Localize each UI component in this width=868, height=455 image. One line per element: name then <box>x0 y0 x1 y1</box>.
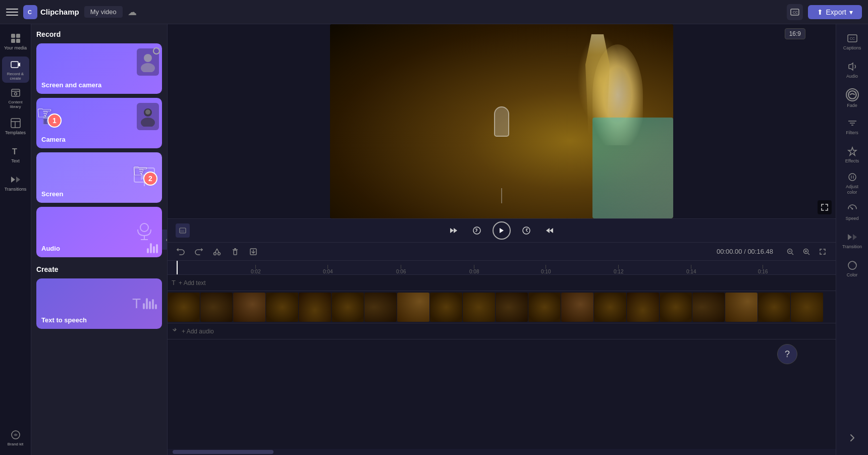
text-to-speech-card[interactable]: Text to speech T <box>36 278 162 329</box>
speed-panel-label: Speed <box>845 216 858 221</box>
sidebar-item-content-library[interactable]: Contentlibrary <box>2 85 29 111</box>
audio-card[interactable]: Audio <box>36 207 162 257</box>
export-icon: ⬆ <box>817 8 823 16</box>
svg-point-62 <box>851 208 853 210</box>
fit-timeline-button[interactable] <box>816 245 830 259</box>
captions-topbar-btn[interactable]: CC <box>787 4 803 20</box>
svg-point-20 <box>144 54 152 62</box>
svg-rect-7 <box>16 39 20 43</box>
audio-waveform-icon <box>147 243 158 253</box>
ruler-tick-14: 0:14 <box>686 261 696 274</box>
sidebar-item-text[interactable]: T Text <box>2 141 29 167</box>
sidebar-item-brand-kit[interactable]: Brand kit <box>2 425 29 451</box>
save-button[interactable] <box>246 245 260 259</box>
ruler-tick-8: 0:08 <box>469 261 479 274</box>
video-thumb-16 <box>660 293 692 322</box>
color-panel-item[interactable]: Color <box>839 256 865 282</box>
add-text-label: + Add text <box>179 279 206 287</box>
scrollbar-thumb[interactable] <box>173 450 274 454</box>
fullscreen-button[interactable] <box>818 200 832 214</box>
svg-text:CC: CC <box>850 37 855 40</box>
redo-button[interactable] <box>192 245 206 259</box>
playhead[interactable] <box>177 261 178 274</box>
undo-button[interactable] <box>174 245 188 259</box>
timeline-section: 0:02 0:04 0:06 0:08 0:10 0:12 0:14 0:16 … <box>168 261 836 455</box>
sidebar-item-your-media[interactable]: Your media <box>2 28 29 54</box>
camera-card[interactable]: Camera 📷 <box>36 98 162 148</box>
zoom-out-button[interactable] <box>783 245 797 259</box>
video-thumb-19 <box>758 293 790 322</box>
skip-back-button[interactable] <box>446 223 461 238</box>
captions-panel-item[interactable]: CC Captions <box>839 28 865 54</box>
svg-line-42 <box>217 249 219 253</box>
sidebar-item-templates[interactable]: Templates <box>2 113 29 139</box>
svg-rect-4 <box>11 34 15 38</box>
svg-rect-13 <box>11 119 20 128</box>
right-panel-expand-btn[interactable] <box>839 425 865 451</box>
panel-collapse-handle[interactable]: ‹ <box>162 230 168 250</box>
skip-forward-button[interactable] <box>542 223 557 238</box>
screen-card[interactable]: Screen <box>36 152 162 203</box>
audio-panel-item[interactable]: Audio <box>839 56 865 83</box>
create-section-title: Create <box>36 265 162 273</box>
svg-rect-43 <box>234 250 237 255</box>
add-audio-icon <box>172 328 179 335</box>
screen-camera-card[interactable]: Screen and camera <box>36 43 162 94</box>
color-panel-label: Color <box>847 272 858 277</box>
audio-panel-label: Audio <box>846 74 858 79</box>
sidebar-item-transitions[interactable]: Transitions <box>2 169 29 196</box>
svg-point-39 <box>214 252 216 255</box>
rewind-button[interactable] <box>469 223 484 238</box>
timeline-scrollbar[interactable] <box>168 449 836 455</box>
sidebar-item-record-create[interactable]: Record &create <box>2 56 29 83</box>
sidebar-label-transitions: Transitions <box>5 187 27 192</box>
ruler-tick-10: 0:10 <box>541 261 551 274</box>
ruler-ticks: 0:02 0:04 0:06 0:08 0:10 0:12 0:14 0:16 <box>177 261 836 274</box>
zoom-in-button[interactable] <box>799 245 813 259</box>
export-button[interactable]: ⬆ Export ▾ <box>808 5 862 19</box>
logo-container: C Clipchamp <box>23 5 79 19</box>
video-thumb-20 <box>791 293 823 322</box>
delete-button[interactable] <box>228 245 242 259</box>
add-audio-row[interactable]: + Add audio <box>168 323 836 339</box>
ruler-tick-16: 0:16 <box>758 261 768 274</box>
filters-panel-item[interactable]: Filters <box>839 113 865 139</box>
create-cards: Text to speech T <box>36 278 162 329</box>
adjust-color-panel-item[interactable]: Adjustcolor <box>839 169 865 197</box>
camera-person-icon <box>137 103 159 130</box>
fast-forward-button[interactable] <box>519 223 534 238</box>
play-button[interactable] <box>493 221 511 240</box>
app-name: Clipchamp <box>40 8 79 16</box>
captions-toggle-button[interactable]: CC <box>176 223 190 238</box>
add-audio-label: + Add audio <box>182 328 214 335</box>
teal-object <box>592 118 673 218</box>
aspect-ratio-badge[interactable]: 16:9 <box>785 28 805 39</box>
video-title[interactable]: My video <box>84 6 123 18</box>
video-thumb-3 <box>233 293 265 322</box>
cloud-sync-icon[interactable]: ☁ <box>128 7 137 18</box>
effects-panel-item[interactable]: Effects <box>839 141 865 167</box>
svg-text:C: C <box>28 9 32 15</box>
ruler-tick-4: 0:04 <box>323 261 333 274</box>
preview-area: 16:9 CC <box>168 24 836 455</box>
video-thumb-2 <box>200 293 233 322</box>
fade-panel-item[interactable]: Fade <box>839 85 865 111</box>
help-button[interactable]: ? <box>777 344 797 364</box>
video-thumb-13 <box>561 293 593 322</box>
speed-panel-item[interactable]: Speed <box>839 199 865 225</box>
cut-button[interactable] <box>210 245 224 259</box>
svg-rect-6 <box>11 39 15 43</box>
timeline-time-display: 00:00.00 / 00:16.48 <box>717 248 773 255</box>
add-text-row[interactable]: T + Add text <box>168 275 836 291</box>
svg-marker-28 <box>141 173 148 180</box>
text-to-speech-label: Text to speech <box>41 316 87 324</box>
svg-text:T: T <box>12 147 17 156</box>
video-thumb-1 <box>168 293 200 322</box>
camera-dot-icon <box>153 47 160 54</box>
svg-line-49 <box>792 253 793 255</box>
transition-panel-item[interactable]: Transition <box>839 227 865 254</box>
captions-panel-label: Captions <box>843 45 861 50</box>
menu-icon[interactable] <box>6 6 18 18</box>
svg-marker-64 <box>853 234 857 240</box>
camera-label: Camera <box>41 136 66 143</box>
